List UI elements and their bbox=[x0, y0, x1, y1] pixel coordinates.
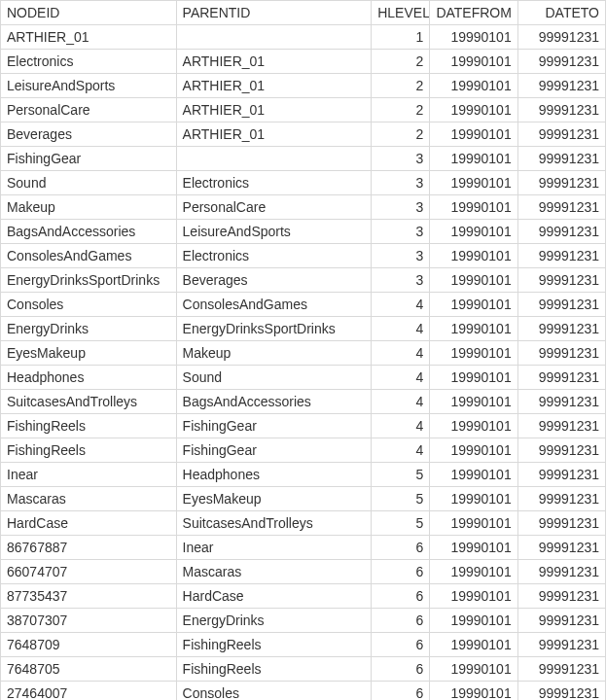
cell-dateto[interactable]: 99991231 bbox=[517, 682, 605, 701]
table-row[interactable]: FishingReelsFishingGear41999010199991231 bbox=[1, 438, 606, 463]
cell-dateto[interactable]: 99991231 bbox=[517, 244, 605, 268]
cell-dateto[interactable]: 99991231 bbox=[517, 317, 605, 341]
cell-dateto[interactable]: 99991231 bbox=[517, 511, 605, 536]
table-row[interactable]: HardCaseSuitcasesAndTrolleys519990101999… bbox=[1, 511, 606, 536]
cell-datefrom[interactable]: 19990101 bbox=[430, 609, 517, 633]
cell-hlevel[interactable]: 4 bbox=[372, 366, 430, 390]
cell-hlevel[interactable]: 6 bbox=[372, 682, 430, 701]
cell-datefrom[interactable]: 19990101 bbox=[430, 438, 517, 463]
cell-dateto[interactable]: 99991231 bbox=[517, 584, 605, 609]
cell-hlevel[interactable]: 3 bbox=[372, 268, 430, 293]
cell-dateto[interactable]: 99991231 bbox=[517, 657, 605, 682]
cell-parentid[interactable]: Headphones bbox=[176, 463, 372, 487]
cell-parentid[interactable]: Electronics bbox=[176, 171, 372, 195]
cell-hlevel[interactable]: 3 bbox=[372, 220, 430, 244]
cell-nodeid[interactable]: Inear bbox=[1, 463, 177, 487]
cell-datefrom[interactable]: 19990101 bbox=[430, 220, 517, 244]
cell-dateto[interactable]: 99991231 bbox=[517, 536, 605, 560]
cell-datefrom[interactable]: 19990101 bbox=[430, 147, 517, 171]
cell-datefrom[interactable]: 19990101 bbox=[430, 195, 517, 220]
table-row[interactable]: ElectronicsARTHIER_0121999010199991231 bbox=[1, 50, 606, 74]
cell-dateto[interactable]: 99991231 bbox=[517, 341, 605, 366]
table-row[interactable]: 27464007Consoles61999010199991231 bbox=[1, 682, 606, 701]
table-row[interactable]: 38707307EnergyDrinks61999010199991231 bbox=[1, 609, 606, 633]
cell-dateto[interactable]: 99991231 bbox=[517, 560, 605, 584]
cell-dateto[interactable]: 99991231 bbox=[517, 633, 605, 657]
cell-nodeid[interactable]: Sound bbox=[1, 171, 177, 195]
cell-hlevel[interactable]: 6 bbox=[372, 536, 430, 560]
cell-hlevel[interactable]: 5 bbox=[372, 511, 430, 536]
cell-datefrom[interactable]: 19990101 bbox=[430, 682, 517, 701]
cell-dateto[interactable]: 99991231 bbox=[517, 268, 605, 293]
cell-dateto[interactable]: 99991231 bbox=[517, 366, 605, 390]
cell-nodeid[interactable]: 66074707 bbox=[1, 560, 177, 584]
header-nodeid[interactable]: NODEID bbox=[1, 1, 177, 25]
cell-datefrom[interactable]: 19990101 bbox=[430, 122, 517, 147]
cell-nodeid[interactable]: FishingReels bbox=[1, 438, 177, 463]
table-row[interactable]: BagsAndAccessoriesLeisureAndSports319990… bbox=[1, 220, 606, 244]
cell-datefrom[interactable]: 19990101 bbox=[430, 293, 517, 317]
table-row[interactable]: HeadphonesSound41999010199991231 bbox=[1, 366, 606, 390]
cell-hlevel[interactable]: 2 bbox=[372, 122, 430, 147]
cell-hlevel[interactable]: 6 bbox=[372, 560, 430, 584]
cell-nodeid[interactable]: 86767887 bbox=[1, 536, 177, 560]
cell-hlevel[interactable]: 4 bbox=[372, 390, 430, 414]
cell-nodeid[interactable]: 38707307 bbox=[1, 609, 177, 633]
table-row[interactable]: MakeupPersonalCare31999010199991231 bbox=[1, 195, 606, 220]
header-datefrom[interactable]: DATEFROM bbox=[430, 1, 517, 25]
table-row[interactable]: 66074707Mascaras61999010199991231 bbox=[1, 560, 606, 584]
cell-hlevel[interactable]: 4 bbox=[372, 293, 430, 317]
cell-datefrom[interactable]: 19990101 bbox=[430, 268, 517, 293]
cell-hlevel[interactable]: 4 bbox=[372, 317, 430, 341]
cell-hlevel[interactable]: 5 bbox=[372, 487, 430, 511]
cell-datefrom[interactable]: 19990101 bbox=[430, 25, 517, 50]
table-row[interactable]: EyesMakeupMakeup41999010199991231 bbox=[1, 341, 606, 366]
cell-hlevel[interactable]: 6 bbox=[372, 609, 430, 633]
cell-hlevel[interactable]: 3 bbox=[372, 195, 430, 220]
cell-nodeid[interactable]: 7648705 bbox=[1, 657, 177, 682]
cell-nodeid[interactable]: EnergyDrinks bbox=[1, 317, 177, 341]
cell-datefrom[interactable]: 19990101 bbox=[430, 98, 517, 122]
cell-datefrom[interactable]: 19990101 bbox=[430, 414, 517, 438]
table-row[interactable]: ConsolesConsolesAndGames4199901019999123… bbox=[1, 293, 606, 317]
cell-dateto[interactable]: 99991231 bbox=[517, 487, 605, 511]
cell-dateto[interactable]: 99991231 bbox=[517, 463, 605, 487]
cell-nodeid[interactable]: Beverages bbox=[1, 122, 177, 147]
cell-datefrom[interactable]: 19990101 bbox=[430, 171, 517, 195]
header-parentid[interactable]: PARENTID bbox=[176, 1, 372, 25]
table-row[interactable]: FishingGear31999010199991231 bbox=[1, 147, 606, 171]
cell-datefrom[interactable]: 19990101 bbox=[430, 584, 517, 609]
cell-nodeid[interactable]: ARTHIER_01 bbox=[1, 25, 177, 50]
cell-nodeid[interactable]: HardCase bbox=[1, 511, 177, 536]
cell-dateto[interactable]: 99991231 bbox=[517, 293, 605, 317]
cell-hlevel[interactable]: 4 bbox=[372, 438, 430, 463]
cell-parentid[interactable]: Consoles bbox=[176, 682, 372, 701]
cell-datefrom[interactable]: 19990101 bbox=[430, 341, 517, 366]
table-row[interactable]: SuitcasesAndTrolleysBagsAndAccessories41… bbox=[1, 390, 606, 414]
cell-nodeid[interactable]: 87735437 bbox=[1, 584, 177, 609]
cell-nodeid[interactable]: LeisureAndSports bbox=[1, 74, 177, 98]
cell-hlevel[interactable]: 3 bbox=[372, 244, 430, 268]
cell-parentid[interactable]: HardCase bbox=[176, 584, 372, 609]
cell-parentid[interactable]: EnergyDrinksSportDrinks bbox=[176, 317, 372, 341]
cell-hlevel[interactable]: 6 bbox=[372, 584, 430, 609]
cell-hlevel[interactable]: 2 bbox=[372, 50, 430, 74]
cell-dateto[interactable]: 99991231 bbox=[517, 74, 605, 98]
cell-hlevel[interactable]: 3 bbox=[372, 171, 430, 195]
cell-datefrom[interactable]: 19990101 bbox=[430, 390, 517, 414]
cell-parentid[interactable]: FishingGear bbox=[176, 414, 372, 438]
cell-datefrom[interactable]: 19990101 bbox=[430, 633, 517, 657]
cell-nodeid[interactable]: SuitcasesAndTrolleys bbox=[1, 390, 177, 414]
cell-parentid[interactable] bbox=[176, 147, 372, 171]
cell-parentid[interactable]: ARTHIER_01 bbox=[176, 122, 372, 147]
cell-dateto[interactable]: 99991231 bbox=[517, 171, 605, 195]
cell-dateto[interactable]: 99991231 bbox=[517, 390, 605, 414]
cell-hlevel[interactable]: 2 bbox=[372, 98, 430, 122]
cell-dateto[interactable]: 99991231 bbox=[517, 147, 605, 171]
cell-parentid[interactable]: PersonalCare bbox=[176, 195, 372, 220]
cell-nodeid[interactable]: EnergyDrinksSportDrinks bbox=[1, 268, 177, 293]
header-dateto[interactable]: DATETO bbox=[517, 1, 605, 25]
cell-hlevel[interactable]: 6 bbox=[372, 633, 430, 657]
cell-hlevel[interactable]: 4 bbox=[372, 341, 430, 366]
cell-parentid[interactable]: ARTHIER_01 bbox=[176, 74, 372, 98]
